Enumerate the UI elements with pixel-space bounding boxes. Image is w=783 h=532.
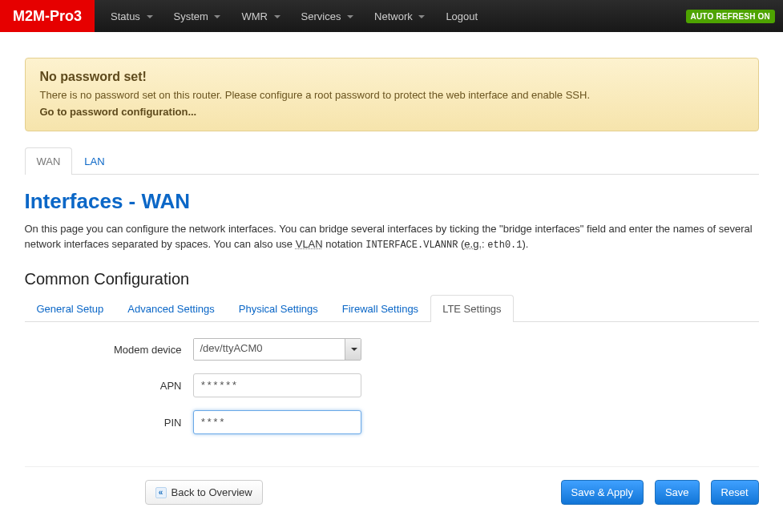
vlan-abbr: VLAN [296,238,323,250]
nav-item-logout[interactable]: Logout [436,2,487,30]
nav-item-system[interactable]: System [164,2,231,30]
page-title: Interfaces - WAN [25,189,759,214]
chevron-down-icon [214,15,220,18]
nav-items: Status System WMR Services Network Logou… [95,0,487,32]
interface-tabs: WANLAN [25,147,759,175]
auto-refresh-toggle[interactable]: AUTO REFRESH ON [686,10,776,23]
alert-password-link[interactable]: Go to password configuration... [40,106,197,118]
no-password-alert: No password set! There is no password se… [25,58,759,131]
code-interface-vlannr: INTERFACE.VLANNR [365,240,458,251]
action-bar: « Back to Overview Save & Apply Save Res… [25,466,759,505]
chevron-down-icon [274,15,281,18]
brand-logo: M2M-Pro3 [0,0,95,32]
nav-item-wmr[interactable]: WMR [232,2,289,30]
save-button[interactable]: Save [655,480,700,505]
config-tabs: General SetupAdvanced SettingsPhysical S… [25,295,759,322]
top-navbar: M2M-Pro3 Status System WMR Services Netw… [0,0,783,32]
apn-input[interactable] [193,373,361,397]
pin-input[interactable] [193,410,361,434]
desc-text: ). [523,238,529,250]
chevron-down-icon [347,15,353,18]
section-title: Common Configuration [25,270,759,288]
chevron-down-icon [418,15,425,18]
eg-abbr: e.g. [464,238,482,250]
nav-item-status[interactable]: Status [101,2,162,30]
tab-firewall-settings[interactable]: Firewall Settings [330,295,430,322]
back-to-overview-button[interactable]: « Back to Overview [145,480,263,505]
modem-device-select[interactable]: /dev/ttyACM0 [193,338,361,361]
tab-general-setup[interactable]: General Setup [25,295,116,322]
tab-advanced-settings[interactable]: Advanced Settings [115,295,226,322]
tab-lte-settings[interactable]: LTE Settings [430,295,513,322]
desc-text: notation [323,238,366,250]
chevron-down-icon [147,15,153,18]
code-eth0-1: eth0.1 [487,240,522,251]
tab-wan[interactable]: WAN [25,147,73,175]
reset-button[interactable]: Reset [711,480,759,505]
nav-item-services[interactable]: Services [292,2,363,30]
save-apply-button[interactable]: Save & Apply [561,480,644,505]
lte-settings-form: Modem device /dev/ttyACM0 APN PIN [25,338,759,434]
pin-label: PIN [25,417,193,429]
tab-lan[interactable]: LAN [72,147,116,175]
alert-title: No password set! [40,70,744,84]
alert-text: There is no password set on this router.… [40,89,744,101]
chevron-down-icon[interactable] [345,339,361,360]
page-description: On this page you can configure the netwo… [25,222,759,252]
apn-label: APN [25,380,193,392]
modem-device-value: /dev/ttyACM0 [194,339,345,360]
nav-item-network[interactable]: Network [365,2,434,30]
tab-physical-settings[interactable]: Physical Settings [227,295,330,322]
back-icon: « [155,487,167,498]
back-label: Back to Overview [172,486,252,498]
modem-device-label: Modem device [25,344,193,356]
